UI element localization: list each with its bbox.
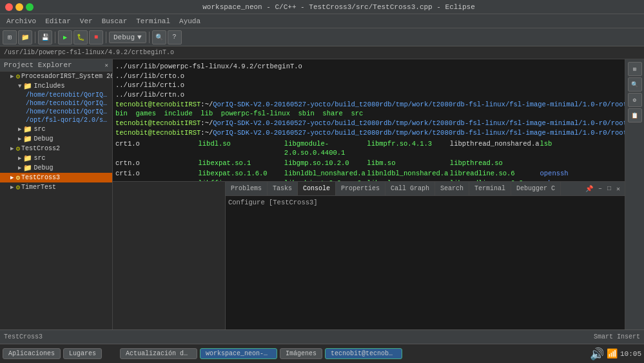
toolbar: ⊞ 📁 💾 ▶ 🐛 ■ Debug ▼ 🔍 ?	[0, 28, 644, 46]
right-btn-1[interactable]: ⊞	[628, 62, 642, 76]
tab-search[interactable]: Search	[435, 182, 469, 195]
includes-icon: 📁	[23, 82, 32, 90]
tree-item-label: src	[34, 126, 45, 133]
tab-call-graph[interactable]: Call Graph	[385, 182, 435, 195]
debug-label: Debug	[113, 34, 135, 41]
right-btn-3[interactable]: ⚙	[628, 93, 642, 107]
toolbar-new[interactable]: ⊞	[3, 30, 17, 44]
tab-terminal[interactable]: Terminal	[469, 182, 511, 195]
close-icon[interactable]	[5, 3, 13, 11]
debug2-folder-icon: 📁	[23, 164, 32, 172]
terminal-line: tecnobit@tecnobitIRST:~/QorIQ-SDK-V2.0-2…	[115, 119, 622, 128]
tree-item-label: TimerTest	[21, 184, 56, 191]
project2-icon: ⚙	[15, 144, 20, 153]
menu-terminal[interactable]: Terminal	[132, 16, 174, 26]
chevron-down-icon[interactable]: ▼	[137, 34, 142, 41]
toolbar-search[interactable]: 🔍	[152, 30, 166, 44]
tree-src-2[interactable]: ▶ 📁 src	[0, 153, 112, 163]
tree-item-label: Includes	[34, 83, 64, 90]
toolbar-run[interactable]: ▶	[58, 30, 72, 44]
minimize-icon[interactable]	[15, 3, 23, 11]
path-bar: /usr/lib/powerpc-fsl-linux/4.9.2/crtbegi…	[0, 46, 644, 59]
bottom-right-panel: Problems Tasks Console Properties Call G	[226, 182, 625, 329]
terminal-line: ../usr/lib/crto.o	[115, 72, 622, 81]
tree-testcross3[interactable]: ▶ ⚙ TestCross3	[0, 173, 112, 182]
toolbar-help[interactable]: ?	[168, 30, 182, 44]
tab-console[interactable]: Console	[298, 182, 336, 195]
taskbar-workspace[interactable]: workspace_neon-C/...	[200, 348, 277, 359]
tree-include-2[interactable]: /home/tecnobit/QorIQ-SDK-V2.0-20...	[0, 99, 112, 108]
taskbar-network-icon[interactable]: 📶	[607, 348, 618, 359]
status-project: TestCross3	[4, 333, 43, 340]
maximize-icon[interactable]	[26, 3, 34, 11]
terminal-line: ../usr/lib/crti.o	[115, 81, 622, 90]
panel-close[interactable]: ✕	[105, 62, 108, 69]
tab-problems[interactable]: Problems	[226, 182, 268, 195]
tab-properties[interactable]: Properties	[336, 182, 385, 195]
tree-item-label: ProcesadorIRST_System 2631 [https	[21, 73, 112, 80]
src2-folder-icon: 📁	[23, 154, 32, 162]
menu-ayuda[interactable]: Ayuda	[175, 16, 204, 26]
taskbar-separator	[104, 353, 117, 355]
tree-item-label: src	[34, 155, 45, 162]
menu-editar[interactable]: Editar	[41, 16, 75, 26]
tab-close-icon[interactable]: ✕	[614, 184, 622, 193]
right-btn-2[interactable]: 🔍	[628, 77, 642, 92]
taskbar-update[interactable]: Actualización de sof...	[120, 348, 197, 359]
tree-item-label: TestCross3	[21, 174, 60, 181]
terminal-line: tecnobit@tecnobitIRST:~/QorIQ-SDK-V2.0-2…	[115, 128, 622, 138]
include-path-2: /home/tecnobit/QorIQ-SDK-V2.0-20...	[26, 100, 110, 107]
tree-timertest[interactable]: ▶ ⚙ TimerTest	[0, 182, 112, 192]
tab-minimize-icon[interactable]: –	[596, 184, 604, 193]
project3-icon: ⚙	[15, 173, 20, 182]
toolbar-open[interactable]: 📁	[18, 30, 32, 44]
terminal-line: ../usr/lib/powerpc-fsl-linux/4.9.2/crtbe…	[115, 62, 622, 72]
debug-config[interactable]: Debug ▼	[109, 32, 146, 43]
window-title: workspace_neon - C/C++ - TestCross3/src/…	[39, 3, 639, 11]
tab-debugger[interactable]: Debugger C	[511, 182, 561, 195]
project-icon: ⚙	[15, 72, 20, 81]
tree-src-1[interactable]: ▶ 📁 src	[0, 124, 112, 134]
taskbar-terminal[interactable]: tecnobit@tecnobitIR...	[325, 348, 402, 359]
tree-procesador[interactable]: ▶ ⚙ ProcesadorIRST_System 2631 [https	[0, 72, 112, 81]
terminal-line: tecnobit@tecnobitIRST:~/QorIQ-SDK-V2.0-2…	[115, 100, 622, 110]
terminal-line: bin games include lib powerpc-fsl-linux …	[115, 109, 622, 119]
debug-folder-icon: 📁	[23, 135, 32, 143]
taskbar-imagenes[interactable]: Imágenes	[280, 348, 322, 359]
taskbar-clock: 10:05	[620, 350, 641, 358]
taskbar-lugares[interactable]: Lugares	[63, 348, 102, 359]
terminal-line: ../usr/lib/crtn.o	[115, 90, 622, 100]
tab-maximize-icon[interactable]: □	[605, 184, 613, 193]
tree-include-3[interactable]: /home/tecnobit/QorIQ-SDK-V2.0-20...	[0, 108, 112, 116]
toolbar-save[interactable]: 💾	[38, 30, 52, 44]
tree-testcross2[interactable]: ▶ ⚙ TestCross2	[0, 144, 112, 153]
right-btn-4[interactable]: 📋	[628, 108, 642, 123]
title-bar: workspace_neon - C/C++ - TestCross3/src/…	[0, 0, 644, 14]
tree-debug-1[interactable]: ▶ 📁 Debug	[0, 134, 112, 144]
taskbar: Aplicaciones Lugares Actualización de so…	[0, 344, 644, 363]
tree-include-4[interactable]: /opt/fsl-qoriq/2.0/sysroots/x86_6...	[0, 116, 112, 124]
tab-tasks[interactable]: Tasks	[268, 182, 298, 195]
ls-output: crt1.olibdl.solibgmodule-2.0.so.0.4400.1…	[115, 139, 622, 182]
console-title: Configure [TestCross3]	[228, 199, 622, 206]
menu-archivo[interactable]: Archivo	[3, 16, 40, 26]
bottom-left-panel	[113, 182, 226, 329]
taskbar-volume-icon[interactable]: 🔊	[590, 347, 604, 361]
main-editor-area: ../usr/lib/powerpc-fsl-linux/4.9.2/crtbe…	[113, 59, 625, 329]
tree-item-label: Debug	[34, 164, 53, 172]
toolbar-debug-btn[interactable]: 🐛	[73, 30, 88, 44]
tree-item-label: TestCross2	[21, 145, 60, 152]
tab-pin-icon[interactable]: 📌	[583, 184, 595, 193]
console-output[interactable]: Configure [TestCross3]	[226, 196, 625, 329]
tree-debug-2[interactable]: ▶ 📁 Debug	[0, 163, 112, 173]
taskbar-aplicaciones[interactable]: Aplicaciones	[3, 348, 61, 359]
timertest-icon: ⚙	[15, 183, 20, 191]
terminal-output[interactable]: ../usr/lib/powerpc-fsl-linux/4.9.2/crtbe…	[113, 59, 625, 181]
menu-buscar[interactable]: Buscar	[98, 16, 132, 26]
toolbar-stop[interactable]: ■	[89, 30, 103, 44]
status-bar: TestCross3 Smart Insert	[0, 329, 644, 344]
menu-ver[interactable]: Ver	[76, 16, 97, 26]
tree-includes[interactable]: ▼ 📁 Includes	[0, 81, 112, 91]
project-tree: ▶ ⚙ ProcesadorIRST_System 2631 [https ▼ …	[0, 72, 112, 329]
tree-include-1[interactable]: /home/tecnobit/QorIQ-SDK-V2.0-20...	[0, 91, 112, 99]
